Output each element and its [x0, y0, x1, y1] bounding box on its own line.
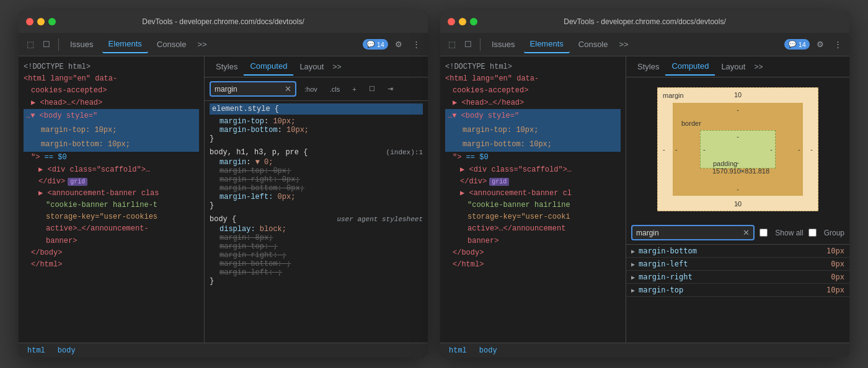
css-selector-element: element.style {: [212, 105, 279, 113]
styles-more-1[interactable]: >>: [332, 63, 341, 71]
status-html-1[interactable]: html: [24, 345, 49, 356]
box-model-container: margin 10 10 - - border - - - -: [626, 77, 849, 221]
computed-more-2[interactable]: >>: [754, 63, 763, 71]
dom-head-2[interactable]: ▶ <head>…</head>: [445, 97, 621, 109]
minimize-button-2[interactable]: [459, 18, 466, 25]
styles-panel-1: Styles Computed Layout >> ✕ :hov .cls + …: [205, 56, 428, 343]
more-tabs-icon[interactable]: >>: [195, 37, 209, 51]
css-margin-shorthand: margin: ▼ 0;: [210, 158, 423, 167]
tab-layout-2[interactable]: Layout: [715, 58, 751, 75]
computed-prop-name-3: margin-right: [639, 273, 831, 281]
styles-tabs-1: Styles Computed Layout >>: [205, 56, 428, 77]
chat-badge-2[interactable]: 💬 14: [784, 39, 810, 50]
dom-scaffold-2[interactable]: ▶ <div class="scaffold">…: [445, 164, 621, 176]
css-rule-body-h1: body, h1, h3, p, pre { (index):1 margin:…: [210, 148, 423, 210]
status-body-2[interactable]: body: [476, 345, 501, 356]
chat-badge-1[interactable]: 💬 14: [363, 39, 388, 50]
dom-body-end-2: </body>: [445, 247, 621, 259]
tab-styles-2[interactable]: Styles: [631, 58, 665, 75]
css-section-label: element.style {: [210, 103, 423, 115]
computed-prop-val-3: 0px: [831, 273, 844, 281]
bm-border-layer: border - - - - padding - - - -: [673, 103, 803, 196]
status-body-1[interactable]: body: [54, 345, 79, 356]
computed-arrow-4[interactable]: ▶: [631, 287, 635, 294]
bm-padding-left-val: -: [703, 146, 706, 153]
computed-filter-input[interactable]: [636, 229, 740, 237]
status-html-2[interactable]: html: [445, 345, 471, 356]
computed-prop-name-2: margin-left: [639, 260, 831, 268]
filter-add-btn[interactable]: +: [348, 83, 360, 95]
bm-padding-right-val: -: [770, 146, 773, 153]
computed-panel-2: Styles Computed Layout >> margin 10 10 -…: [626, 56, 849, 343]
dom-body-close-2: "> == $0: [445, 152, 621, 164]
tab-elements-2[interactable]: Elements: [524, 35, 570, 53]
toolbar-right-2: 💬 14 ⚙ ⋮: [784, 38, 844, 51]
filter-input-container-1: ✕: [210, 81, 296, 97]
dom-head[interactable]: ▶ <head>…</head>: [24, 97, 199, 109]
filter-clear-icon-1[interactable]: ✕: [285, 84, 291, 94]
tab-issues-1[interactable]: Issues: [64, 36, 100, 53]
filter-input-1[interactable]: [215, 85, 282, 94]
computed-prop-val-4: 10px: [826, 286, 844, 294]
filter-bar-1: ✕ :hov .cls + ☐ ⇥: [205, 77, 428, 101]
filter-hov-btn[interactable]: :hov: [300, 83, 322, 95]
gear-icon[interactable]: ⚙: [392, 38, 405, 51]
status-bar-2: html body: [440, 343, 849, 357]
cursor-icon-2[interactable]: ⬚: [445, 38, 459, 51]
computed-filter-clear-icon[interactable]: ✕: [743, 228, 750, 237]
devtools-content-1: <!DOCTYPE html> <html lang="en" data- co…: [19, 56, 428, 343]
more-tabs-icon-2[interactable]: >>: [616, 37, 631, 51]
bm-padding-bottom-val: -: [737, 159, 739, 166]
dom-banner[interactable]: ▶ <announcement-banner clas: [24, 188, 199, 199]
bm-border-label: border: [681, 120, 701, 127]
box-model: margin 10 10 - - border - - - -: [657, 87, 818, 211]
tab-layout-1[interactable]: Layout: [293, 58, 330, 75]
dom-banner-2[interactable]: ▶ <announcement-banner cl: [445, 188, 621, 199]
filter-cls-btn[interactable]: .cls: [326, 83, 345, 95]
css-margin-left: margin-left: 0px;: [210, 193, 423, 201]
computed-arrow-3[interactable]: ▶: [631, 274, 635, 281]
maximize-button-2[interactable]: [470, 18, 477, 25]
css-prop-margin-top: margin-top: 10px;: [210, 117, 423, 126]
tab-styles-1[interactable]: Styles: [210, 58, 244, 75]
gear-icon-2[interactable]: ⚙: [813, 38, 827, 51]
bm-padding-bottom-below: -: [737, 199, 739, 207]
more-vert-icon[interactable]: ⋮: [409, 38, 423, 51]
maximize-button[interactable]: [48, 18, 56, 25]
close-button[interactable]: [26, 18, 33, 25]
box-icon[interactable]: ☐: [40, 38, 53, 51]
cursor-icon[interactable]: ⬚: [24, 38, 37, 51]
dom-html-2b: cookies-accepted>: [445, 85, 621, 97]
dom-body-2[interactable]: …▼ <body style=": [445, 109, 621, 123]
css-margin-bottom-strike: margin-bottom: 0px;: [210, 184, 423, 193]
bm-margin-right-val: -: [810, 146, 813, 153]
tab-computed-1[interactable]: Computed: [244, 58, 293, 76]
computed-tabs-2: Styles Computed Layout >>: [626, 56, 849, 77]
group-label: Group: [824, 229, 844, 237]
tab-console-2[interactable]: Console: [572, 36, 614, 53]
show-all-checkbox[interactable]: [760, 229, 768, 237]
dom-body-margin-top: margin-top: 10px;: [24, 123, 199, 138]
filter-arrow-btn[interactable]: ⇥: [383, 82, 397, 95]
dom-scaffold[interactable]: ▶ <div class="scaffold">…: [24, 164, 199, 176]
css-brace-3: }: [210, 277, 423, 286]
box-icon-2[interactable]: ☐: [461, 38, 475, 51]
computed-arrow-1[interactable]: ▶: [631, 248, 635, 255]
tab-console-1[interactable]: Console: [151, 36, 193, 53]
more-vert-icon-2[interactable]: ⋮: [831, 38, 844, 51]
css-margin-top-strike: margin-top: 0px;: [210, 167, 423, 175]
tab-computed-2[interactable]: Computed: [665, 58, 715, 76]
window-title-1: DevTools - developer.chrome.com/docs/dev…: [142, 17, 304, 26]
css-brace-2: }: [210, 201, 423, 210]
computed-arrow-2[interactable]: ▶: [631, 261, 635, 268]
tab-issues-2[interactable]: Issues: [485, 36, 521, 53]
minimize-button[interactable]: [37, 18, 45, 25]
css-brace-1: }: [210, 134, 423, 143]
close-button-2[interactable]: [448, 18, 455, 25]
tab-elements-1[interactable]: Elements: [102, 35, 148, 53]
filter-box-btn[interactable]: ☐: [365, 82, 379, 95]
toolbar-separator-2: [480, 38, 480, 51]
bm-border-top-val: -: [737, 106, 739, 113]
group-checkbox[interactable]: [808, 229, 817, 237]
dom-body[interactable]: …▼ <body style=": [24, 109, 199, 123]
